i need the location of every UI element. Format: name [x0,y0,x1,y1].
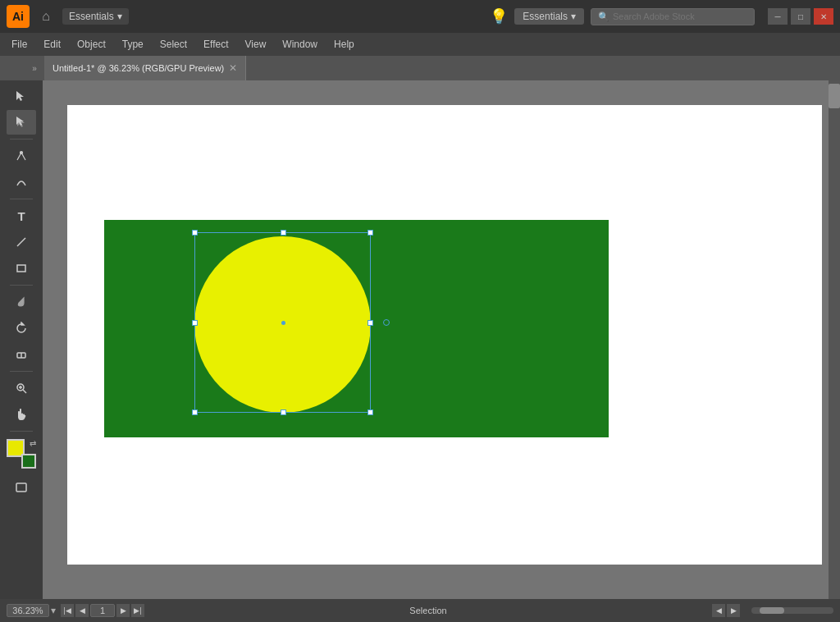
hand-tool[interactable] [7,402,36,427]
essentials-label: Essentials [523,11,568,22]
pen-tool[interactable] [7,144,36,168]
play-back-button[interactable]: ◀ [712,604,725,617]
nav-first-button[interactable]: |◀ [61,604,74,617]
stock-search-input[interactable] [613,11,744,21]
main-area: T [0,80,840,599]
scroll-thumb-vertical[interactable] [829,84,840,108]
svg-rect-13 [16,483,26,492]
play-controls: ◀ ▶ [712,604,740,617]
left-toolbar: T [0,80,43,599]
vertical-scrollbar[interactable] [829,80,840,599]
stroke-swatch[interactable] [21,454,36,469]
zoom-tool[interactable] [7,376,36,400]
nav-next-button[interactable]: ▶ [116,604,130,617]
scroll-thumb-horizontal[interactable] [760,607,784,614]
title-bar: Ai ⌂ Essentials ▾ 💡 Essentials ▾ 🔍 ─ □ ✕ [0,0,840,33]
play-forward-button[interactable]: ▶ [727,604,740,617]
status-bar: 36.23% ▾ |◀ ◀ 1 ▶ ▶| Selection ◀ ▶ [0,599,840,622]
svg-point-3 [21,152,23,154]
menu-view[interactable]: View [237,35,275,53]
close-button[interactable]: ✕ [814,8,833,25]
workspace-label: Essentials [69,11,114,22]
menu-select[interactable]: Select [152,35,195,53]
status-tool-label: Selection [149,606,707,615]
restore-button[interactable]: □ [791,8,810,25]
horizontal-scrollbar[interactable] [751,607,833,614]
direct-selection-tool[interactable] [7,110,36,135]
svg-marker-6 [21,322,24,325]
essentials-chevron: ▾ [571,11,576,22]
selection-tool[interactable] [7,84,36,108]
nav-last-button[interactable]: ▶| [131,604,144,617]
rotate-tool[interactable] [7,316,36,341]
menu-object[interactable]: Object [69,35,114,53]
zoom-control: 36.23% ▾ [7,604,56,617]
menu-type[interactable]: Type [114,35,152,53]
workspace-switcher[interactable]: Essentials ▾ [62,8,129,25]
nav-prev-button[interactable]: ◀ [75,604,89,617]
artboard [67,105,822,565]
menu-bar: File Edit Object Type Select Effect View… [0,33,840,56]
window-controls: ─ □ ✕ [768,8,833,25]
zoom-value: 36.23% [7,604,49,617]
tab-bar: » Untitled-1* @ 36.23% (RGB/GPU Preview)… [0,56,840,80]
menu-effect[interactable]: Effect [195,35,236,53]
tab-close-button[interactable]: ✕ [229,62,237,74]
page-number[interactable]: 1 [90,604,115,617]
type-tool[interactable]: T [7,204,36,228]
lightbulb-icon[interactable]: 💡 [490,7,508,25]
eraser-tool[interactable] [7,342,36,367]
menu-edit[interactable]: Edit [35,35,69,53]
ai-logo: Ai [7,5,30,28]
canvas-area[interactable] [43,80,840,599]
swap-colors-icon[interactable]: ⇄ [30,439,36,448]
line-tool[interactable] [7,230,36,254]
color-swatches[interactable]: ⇄ [7,439,36,469]
svg-rect-5 [17,265,25,272]
svg-marker-0 [16,91,24,101]
home-button[interactable]: ⌂ [36,7,56,26]
tab-expand-button[interactable]: » [25,56,44,80]
svg-line-10 [23,390,26,393]
minimize-button[interactable]: ─ [768,8,788,25]
search-bar-area: 💡 Essentials ▾ 🔍 [490,7,755,25]
document-tab[interactable]: Untitled-1* @ 36.23% (RGB/GPU Preview) ✕ [44,56,246,80]
essentials-button[interactable]: Essentials ▾ [514,8,584,25]
yellow-circle[interactable] [194,236,371,413]
zoom-chevron[interactable]: ▾ [51,605,56,616]
page-navigation: |◀ ◀ 1 ▶ ▶| [61,604,144,617]
menu-help[interactable]: Help [326,35,363,53]
doc-tab-title: Untitled-1* @ 36.23% (RGB/GPU Preview) [52,63,224,73]
svg-line-4 [17,238,25,246]
screen-mode-button[interactable] [7,475,36,500]
menu-window[interactable]: Window [274,35,326,53]
stock-search-box[interactable]: 🔍 [591,8,755,25]
menu-file[interactable]: File [3,35,35,53]
workspace-chevron: ▾ [117,11,122,22]
paintbrush-tool[interactable] [7,290,36,314]
rectangle-tool[interactable] [7,256,36,281]
curvature-tool[interactable] [7,170,36,194]
search-icon: 🔍 [598,11,609,22]
